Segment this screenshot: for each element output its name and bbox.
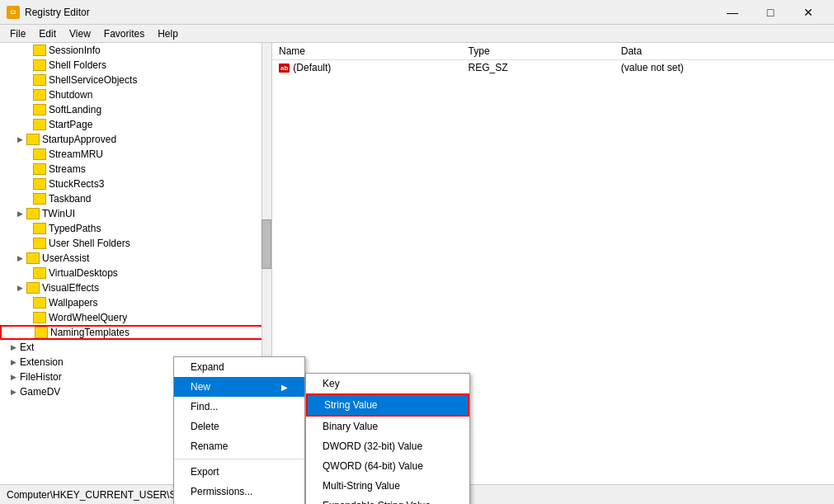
tree-item-softlanding[interactable]: SoftLanding (0, 102, 271, 117)
folder-icon (26, 252, 40, 264)
main-area: SessionInfo Shell Folders ShellServiceOb… (0, 43, 834, 484)
folder-icon (33, 178, 46, 190)
tree-item-visualeffects[interactable]: ▶ VisualEffects (0, 280, 271, 295)
tree-arrow: ▶ (13, 254, 26, 262)
tree-item-ext[interactable]: ▶ Ext (0, 340, 271, 355)
folder-icon (26, 134, 40, 145)
menu-bar: File Edit View Favorites Help (0, 25, 834, 43)
submenu-arrow-icon: ▶ (281, 383, 288, 392)
folder-icon (33, 238, 46, 249)
submenu-qword-value[interactable]: QWORD (64-bit) Value (306, 456, 469, 476)
submenu-new: Key String Value Binary Value DWORD (32-… (305, 373, 470, 504)
tree-arrow: ▶ (7, 373, 20, 381)
separator (174, 459, 304, 459)
context-menu-expand[interactable]: Expand (174, 357, 304, 377)
folder-icon (35, 327, 48, 338)
submenu-binary-value[interactable]: Binary Value (306, 417, 469, 436)
tree-arrow: ▶ (7, 343, 20, 351)
minimize-button[interactable]: — (714, 0, 752, 25)
folder-icon (33, 193, 46, 205)
folder-icon (33, 74, 46, 86)
folder-icon (33, 119, 46, 130)
context-menu-permissions[interactable]: Permissions... (174, 482, 304, 502)
tree-item-stuckrects3[interactable]: StuckRects3 (0, 177, 271, 191)
submenu-multistring-value[interactable]: Multi-String Value (306, 476, 469, 496)
col-type: Type (462, 43, 615, 60)
tree-item-taskband[interactable]: Taskband (0, 191, 271, 206)
tree-item-streammru[interactable]: StreamMRU (0, 147, 271, 162)
tree-item-namingtemplates[interactable]: NamingTemplates (0, 325, 271, 340)
ab-icon: ab (279, 64, 290, 73)
registry-table: Name Type Data ab (Default) REG_SZ (valu… (272, 43, 834, 75)
tree-item-wallpapers[interactable]: Wallpapers (0, 295, 271, 310)
folder-icon (33, 163, 46, 175)
folder-icon (33, 148, 46, 160)
tree-arrow: ▶ (13, 210, 26, 218)
tree-arrow: ▶ (7, 358, 20, 366)
tree-item-userassist[interactable]: ▶ UserAssist (0, 251, 271, 266)
menu-view[interactable]: View (63, 26, 97, 41)
folder-icon (26, 208, 40, 219)
tree-arrow: ▶ (13, 284, 26, 292)
tree-item-wordwheelquery[interactable]: WordWheelQuery (0, 310, 271, 325)
tree-item-usershellfolders[interactable]: User Shell Folders (0, 236, 271, 251)
col-name: Name (272, 43, 462, 60)
submenu-expandable-value[interactable]: Expandable String Value (306, 496, 469, 504)
tree-item-shellfolders[interactable]: Shell Folders (0, 58, 271, 73)
tree-item-streams[interactable]: Streams (0, 162, 271, 177)
folder-icon (33, 297, 46, 309)
folder-icon (33, 104, 46, 115)
context-menu-find[interactable]: Find... (174, 397, 304, 417)
folder-icon (33, 267, 46, 279)
tree-arrow: ▶ (7, 388, 20, 396)
menu-file[interactable]: File (3, 26, 32, 41)
submenu-key[interactable]: Key (306, 374, 469, 393)
context-menu-delete[interactable]: Delete (174, 417, 304, 436)
tree-item-shutdown[interactable]: Shutdown (0, 87, 271, 102)
tree-item-startupapproved[interactable]: ▶ StartupApproved (0, 132, 271, 147)
maximize-button[interactable]: □ (752, 0, 789, 25)
context-menu: Expand New ▶ Find... Delete Rename Expor… (173, 356, 305, 504)
app-title: Registry Editor (25, 7, 90, 18)
folder-icon (33, 59, 46, 71)
value-data: (value not set) (615, 60, 834, 76)
submenu-string-value[interactable]: String Value (306, 393, 469, 417)
tree-item-shellserviceobjects[interactable]: ShellServiceObjects (0, 73, 271, 87)
submenu-dword-value[interactable]: DWORD (32-bit) Value (306, 436, 469, 456)
folder-icon (33, 312, 46, 323)
tree-item-twinui[interactable]: ▶ TWinUI (0, 206, 271, 221)
value-name: (Default) (293, 62, 331, 73)
table-row[interactable]: ab (Default) REG_SZ (value not set) (272, 60, 834, 76)
menu-edit[interactable]: Edit (32, 26, 63, 41)
scrollbar-thumb[interactable] (262, 219, 271, 269)
tree-item-typedpaths[interactable]: TypedPaths (0, 221, 271, 236)
menu-favorites[interactable]: Favorites (97, 26, 151, 41)
title-bar: 🗂 Registry Editor — □ ✕ (0, 0, 834, 25)
value-type: REG_SZ (462, 60, 615, 76)
context-menu-rename[interactable]: Rename (174, 436, 304, 456)
folder-icon (26, 282, 40, 294)
menu-help[interactable]: Help (151, 26, 185, 41)
tree-item-startpage[interactable]: StartPage (0, 117, 271, 132)
context-menu-new[interactable]: New ▶ (174, 377, 304, 397)
window-controls: — □ ✕ (714, 0, 827, 25)
folder-icon (33, 45, 46, 56)
folder-icon (33, 89, 46, 101)
context-menu-export[interactable]: Export (174, 462, 304, 482)
app-icon: 🗂 (7, 6, 20, 19)
status-text: Computer\HKEY_CURRENT_USER\SOFT (7, 489, 196, 501)
col-data: Data (615, 43, 834, 60)
folder-icon (33, 223, 46, 234)
tree-item-virtualdesktops[interactable]: VirtualDesktops (0, 266, 271, 280)
tree-arrow: ▶ (13, 135, 26, 144)
tree-item-sessioninfo[interactable]: SessionInfo (0, 43, 271, 58)
close-button[interactable]: ✕ (789, 0, 827, 25)
